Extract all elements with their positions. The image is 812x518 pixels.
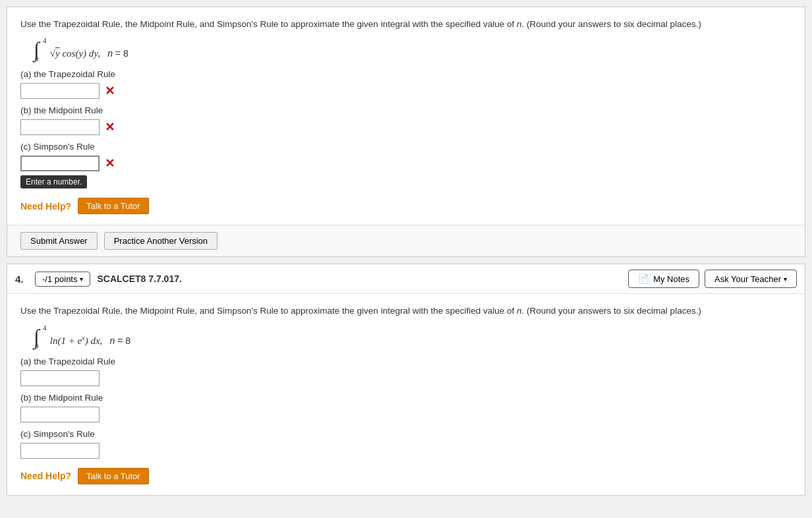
chevron-down-icon: ▾ bbox=[80, 275, 83, 283]
q4-need-help-row: Need Help? Talk to a Tutor bbox=[20, 468, 792, 484]
q4-talk-to-tutor-button[interactable]: Talk to a Tutor bbox=[78, 468, 149, 484]
points-label: -/1 points bbox=[42, 274, 77, 284]
part-c-error: ✕ bbox=[105, 158, 115, 169]
page-container: Use the Trapezoidal Rule, the Midpoint R… bbox=[0, 0, 812, 509]
header-actions: 📄 My Notes Ask Your Teacher ▾ bbox=[628, 270, 797, 288]
part-c-input[interactable] bbox=[20, 156, 100, 171]
my-notes-button[interactable]: 📄 My Notes bbox=[628, 270, 699, 288]
question3-content: Use the Trapezoidal Rule, the Midpoint R… bbox=[7, 7, 805, 225]
question4-block: 4. -/1 points ▾ SCALCET8 7.7.017. 📄 My N… bbox=[7, 264, 805, 495]
part-c-label: (c) Simpson's Rule bbox=[20, 142, 792, 152]
part-a-error: ✕ bbox=[105, 85, 115, 97]
need-help-label: Need Help? bbox=[20, 201, 71, 212]
talk-to-tutor-button[interactable]: Talk to a Tutor bbox=[78, 198, 149, 214]
submit-answer-button[interactable]: Submit Answer bbox=[20, 232, 98, 250]
q4-part-b-input[interactable] bbox=[20, 407, 100, 422]
need-help-row: Need Help? Talk to a Tutor bbox=[20, 198, 792, 214]
ask-teacher-button[interactable]: Ask Your Teacher ▾ bbox=[705, 270, 797, 288]
integral-upper: 4 bbox=[43, 36, 47, 44]
integral-upper-4: 4 bbox=[43, 324, 47, 331]
question3-instruction: Use the Trapezoidal Rule, the Midpoint R… bbox=[20, 18, 792, 31]
q4-part-a-row bbox=[20, 370, 792, 386]
integral-function: √y cos(y) dy, n = 8 bbox=[50, 48, 129, 59]
n-var: n bbox=[517, 19, 522, 29]
part-b-label: (b) the Midpoint Rule bbox=[20, 105, 792, 115]
integral-function-4: ln(1 + ex) dx, n = 8 bbox=[50, 334, 130, 347]
part-a-row: ✕ bbox=[20, 83, 792, 99]
q4-part-a-label: (a) the Trapezoidal Rule bbox=[20, 357, 792, 366]
n-var4: n bbox=[517, 306, 522, 316]
note-icon: 📄 bbox=[638, 273, 649, 284]
ask-teacher-chevron-icon: ▾ bbox=[784, 275, 787, 283]
part-a-label: (a) the Trapezoidal Rule bbox=[20, 69, 792, 79]
part-b-input[interactable] bbox=[20, 119, 100, 135]
question4-instruction: Use the Trapezoidal Rule, the Midpoint R… bbox=[20, 304, 792, 318]
q4-part-b-label: (b) the Midpoint Rule bbox=[20, 393, 792, 403]
ask-teacher-label: Ask Your Teacher bbox=[714, 274, 781, 284]
my-notes-label: My Notes bbox=[653, 274, 689, 284]
q4-need-help-label: Need Help? bbox=[20, 471, 71, 481]
part-b-error: ✕ bbox=[105, 121, 115, 133]
q4-part-c-row bbox=[20, 443, 792, 459]
integral-lower-4: 0 bbox=[35, 342, 39, 350]
tooltip: Enter a number. bbox=[20, 175, 87, 188]
q4-part-c-input[interactable] bbox=[20, 443, 100, 459]
part-a-input[interactable] bbox=[20, 83, 100, 99]
practice-another-button[interactable]: Practice Another Version bbox=[104, 232, 218, 250]
q4-part-a-input[interactable] bbox=[20, 370, 100, 386]
bottom-actions: Submit Answer Practice Another Version bbox=[7, 225, 805, 256]
question4-content: Use the Trapezoidal Rule, the Midpoint R… bbox=[7, 294, 805, 494]
question3-block: Use the Trapezoidal Rule, the Midpoint R… bbox=[7, 7, 805, 257]
part-b-row: ✕ bbox=[20, 119, 792, 135]
question4-integral: ∫ 4 0 ln(1 + ex) dx, n = 8 bbox=[34, 326, 792, 347]
question4-header: 4. -/1 points ▾ SCALCET8 7.7.017. 📄 My N… bbox=[7, 264, 805, 294]
problem-code: SCALCET8 7.7.017. bbox=[97, 273, 622, 284]
points-badge[interactable]: -/1 points ▾ bbox=[35, 272, 90, 287]
question4-number: 4. bbox=[15, 273, 28, 285]
q4-part-c-label: (c) Simpson's Rule bbox=[20, 429, 792, 439]
part-c-row: ✕ bbox=[20, 156, 792, 171]
integral-lower: 0 bbox=[35, 55, 39, 63]
question3-integral: ∫ 4 0 √y cos(y) dy, n = 8 bbox=[34, 39, 792, 60]
q4-part-b-row bbox=[20, 407, 792, 422]
